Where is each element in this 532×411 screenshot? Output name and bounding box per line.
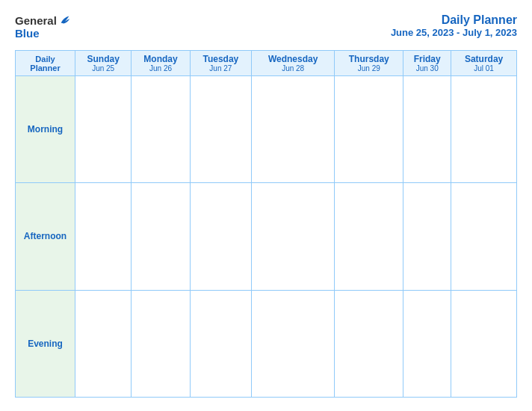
row-label-afternoon: Afternoon — [16, 183, 75, 290]
day-date-3: Jun 28 — [253, 64, 332, 72]
row-morning: Morning — [16, 76, 517, 183]
logo-bird-icon — [58, 13, 72, 27]
row-label-morning: Morning — [16, 76, 75, 183]
cell-morning-wed[interactable] — [251, 76, 334, 183]
header-wednesday: Wednesday Jun 28 — [251, 51, 334, 76]
cell-evening-sun[interactable] — [75, 290, 132, 397]
page-header: General Blue Daily Planner June 25, 2023… — [15, 13, 517, 40]
cell-morning-mon[interactable] — [132, 76, 190, 183]
cell-afternoon-thu[interactable] — [335, 183, 403, 290]
cell-morning-fri[interactable] — [403, 76, 451, 183]
logo: General Blue — [15, 13, 72, 40]
cell-evening-wed[interactable] — [251, 290, 334, 397]
day-date-0: Jun 25 — [77, 64, 129, 72]
cell-afternoon-sun[interactable] — [75, 183, 132, 290]
header-saturday: Saturday Jul 01 — [451, 51, 517, 76]
logo-blue-text: Blue — [15, 27, 40, 40]
day-date-6: Jul 01 — [453, 64, 515, 72]
row-evening: Evening — [16, 290, 517, 397]
cell-afternoon-wed[interactable] — [251, 183, 334, 290]
cell-evening-sat[interactable] — [451, 290, 517, 397]
header-label-line1: Daily — [35, 55, 55, 64]
date-range: June 25, 2023 - July 1, 2023 — [391, 27, 517, 38]
day-date-1: Jun 26 — [133, 64, 188, 72]
cell-morning-sun[interactable] — [75, 76, 132, 183]
cell-morning-thu[interactable] — [335, 76, 403, 183]
cell-evening-fri[interactable] — [403, 290, 451, 397]
day-name-1: Monday — [133, 54, 188, 64]
header-right: Daily Planner June 25, 2023 - July 1, 20… — [391, 13, 517, 38]
header-label: Daily Planner — [16, 51, 75, 76]
day-date-5: Jun 30 — [405, 64, 449, 72]
day-name-2: Tuesday — [192, 54, 250, 64]
row-afternoon: Afternoon — [16, 183, 517, 290]
cell-afternoon-tue[interactable] — [190, 183, 251, 290]
day-date-4: Jun 29 — [336, 64, 401, 72]
page-title: Daily Planner — [391, 13, 517, 27]
day-name-6: Saturday — [453, 54, 515, 64]
logo-general-text: General — [15, 14, 57, 27]
header-friday: Friday Jun 30 — [403, 51, 451, 76]
cell-evening-mon[interactable] — [132, 290, 190, 397]
cell-afternoon-sat[interactable] — [451, 183, 517, 290]
table-header-row: Daily Planner Sunday Jun 25 Monday Jun 2… — [16, 51, 517, 76]
header-label-line2: Planner — [30, 64, 60, 72]
cell-evening-thu[interactable] — [335, 290, 403, 397]
day-name-3: Wednesday — [253, 54, 332, 64]
day-name-5: Friday — [405, 54, 449, 64]
header-tuesday: Tuesday Jun 27 — [190, 51, 251, 76]
header-sunday: Sunday Jun 25 — [75, 51, 132, 76]
day-name-4: Thursday — [336, 54, 401, 64]
cell-evening-tue[interactable] — [190, 290, 251, 397]
day-name-0: Sunday — [77, 54, 129, 64]
cell-afternoon-mon[interactable] — [132, 183, 190, 290]
day-date-2: Jun 27 — [192, 64, 250, 72]
header-monday: Monday Jun 26 — [132, 51, 190, 76]
cell-afternoon-fri[interactable] — [403, 183, 451, 290]
planner-table: Daily Planner Sunday Jun 25 Monday Jun 2… — [15, 50, 517, 398]
cell-morning-sat[interactable] — [451, 76, 517, 183]
header-thursday: Thursday Jun 29 — [335, 51, 403, 76]
cell-morning-tue[interactable] — [190, 76, 251, 183]
row-label-evening: Evening — [16, 290, 75, 397]
